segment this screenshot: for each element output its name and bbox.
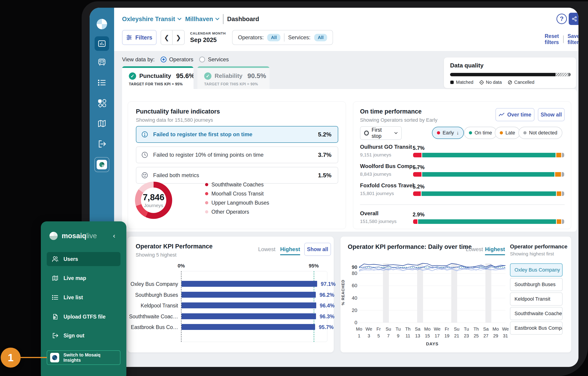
tab-punctuality[interactable]: ✓ Punctuality 95.6% TARGET FOR THIS KPI … — [122, 66, 193, 89]
otp-row: Foxfold Cross Travel 15,801 journeys 5.2… — [360, 182, 565, 199]
x-axis-label: DAYS — [359, 342, 505, 346]
menu-item-live-map[interactable]: Live map — [47, 271, 120, 285]
share-icon — [572, 16, 577, 22]
mosaiq-insights-icon — [50, 353, 59, 362]
pill-not-detected[interactable]: Not detected — [518, 127, 562, 139]
bar-label: Southburgh Buses — [128, 292, 178, 298]
toggle-lowest[interactable]: Lowest — [258, 246, 275, 253]
switch-to-mosaiq-insights-button[interactable]: Switch to Mosaiq Insights — [47, 350, 120, 365]
x-tick-date: 5 — [374, 333, 384, 339]
x-tick-day: Tu — [393, 327, 403, 332]
next-month-button[interactable]: ❯ — [173, 30, 184, 44]
menu-item-upload-gtfs[interactable]: Upload GTFS file — [47, 310, 120, 324]
x-tick-day: Su — [452, 327, 462, 332]
toggle-lowest[interactable]: Lowest — [466, 246, 483, 253]
toggle-highest[interactable]: Highest — [485, 246, 505, 255]
pill-late[interactable]: Late — [495, 127, 520, 139]
tab-accent — [122, 66, 193, 68]
data-quality-title: Data quality — [450, 62, 483, 69]
pill-on-time[interactable]: On time — [464, 127, 497, 139]
x-tick-date: 17 — [432, 333, 442, 339]
bar-label: Keldpool Transit — [128, 303, 178, 309]
filters-button[interactable]: Filters — [122, 30, 157, 45]
operator-button-souththwaite[interactable]: Souththwaite Coaches — [510, 307, 563, 320]
operator-performance-subtitle: Showing highest first — [510, 251, 554, 256]
collapse-menu-button[interactable]: ‹ — [113, 232, 115, 240]
frown-face-icon — [141, 172, 148, 179]
dashboard-chart-icon — [97, 39, 106, 48]
menu-item-live-list[interactable]: Live list — [47, 290, 120, 304]
save-filters-link[interactable]: Save filters — [567, 33, 578, 45]
calendar-month: CALENDAR MONTH Sep 2025 — [190, 31, 226, 44]
clock-icon — [141, 151, 148, 158]
x-tick-date: 23 — [462, 333, 471, 339]
sign-out-icon — [52, 332, 59, 339]
operator-button-oxley[interactable]: Oxley Bus Company — [510, 263, 563, 276]
stacked-bar — [413, 191, 564, 196]
first-stop-dropdown[interactable]: First stop — [360, 126, 402, 140]
toggle-highest[interactable]: Highest — [280, 246, 300, 255]
show-all-button[interactable]: Show all — [304, 243, 331, 256]
reset-filters-link[interactable]: Reset filters — [545, 33, 559, 45]
bar — [181, 281, 317, 287]
pill-early[interactable]: Early↓ — [432, 127, 464, 139]
sidebar-item-vehicles[interactable] — [97, 57, 107, 67]
bar-label: Souththwaite Coac… — [128, 314, 178, 320]
tab-reliability[interactable]: ✓ Reliability 90.5% TARGET FOR THIS KPI … — [197, 66, 270, 89]
stacked-bar — [413, 219, 564, 224]
annotation-pointer-line — [20, 357, 47, 358]
matched-icon — [450, 80, 454, 84]
x-tick-day: Sa — [413, 327, 423, 332]
show-all-button[interactable]: Show all — [538, 108, 565, 121]
operator-kpi-card: Operator KPI Performance Showing 5 highe… — [128, 237, 334, 352]
legend-item: Other Operators — [205, 207, 269, 216]
x-tick-date: 9 — [393, 333, 403, 339]
month-nav: ❮ ❯ — [161, 30, 185, 45]
operator-performance-title: Operator performance — [510, 243, 567, 250]
over-time-button[interactable]: Over time — [495, 108, 535, 121]
operator-button-southburgh[interactable]: Southburgh Buses — [510, 278, 563, 291]
sidebar-app-switch[interactable] — [94, 157, 109, 172]
otp-row: Oulhurst GO Transit 9,151 journeys 5.7% — [360, 144, 565, 160]
x-tick-date: 15 — [422, 333, 432, 339]
card-title: Punctuality failure indicators — [136, 108, 220, 115]
map-icon — [52, 275, 59, 282]
otp-row-overall: Overall 151,580 journeys 2.9% — [360, 210, 565, 227]
radio-services[interactable]: Services — [199, 56, 229, 63]
services-label: Services: — [288, 34, 311, 41]
help-button[interactable]: ? — [556, 14, 567, 24]
sidebar-item-widgets[interactable] — [97, 98, 107, 108]
radio-unselected-icon — [199, 56, 205, 62]
stop-ring-icon — [364, 131, 369, 135]
operator-button-eastbrook[interactable]: Eastbrook Bus Compa… — [510, 321, 563, 335]
menu-item-users[interactable]: Users — [47, 252, 120, 266]
region-selector[interactable]: Millhaven — [185, 16, 219, 23]
x-tick-date: 7 — [383, 333, 393, 339]
x-tick-day: Th — [403, 327, 413, 332]
menu-item-sign-out[interactable]: Sign out — [47, 329, 120, 343]
mosaiq-app-tile-icon — [97, 160, 107, 169]
sidebar-item-map[interactable] — [97, 119, 107, 129]
failure-row-timing-points[interactable]: Failed to register 10% of timing points … — [136, 146, 338, 163]
sidebar-sign-out-icon[interactable] — [97, 139, 107, 149]
bar-value: 97.1% — [321, 281, 336, 287]
y-tick: 40 — [352, 295, 357, 301]
bar-label: Eastbrook Bus Co… — [128, 324, 178, 330]
failure-row-first-stop[interactable]: Failed to register the first stop on tim… — [136, 126, 338, 143]
x-tick-date: 3 — [364, 333, 374, 339]
radio-operators[interactable]: Operators — [161, 56, 193, 63]
axis-target-label: 95% — [307, 263, 320, 269]
sidebar-item-dashboard[interactable] — [94, 36, 109, 51]
prev-month-button[interactable]: ❮ — [161, 30, 173, 44]
desktop-background: Oxleyshire Transit Millhaven Dashboard ?… — [0, 0, 588, 376]
org-selector[interactable]: Oxleyshire Transit — [122, 16, 181, 23]
share-button[interactable]: Share — [569, 13, 578, 25]
mosaiq-live-menu: mosaiqlive ‹ Users Live map Live list — [41, 221, 126, 376]
x-tick-date: 21 — [452, 333, 462, 339]
legend-no-data: No data — [479, 80, 502, 85]
x-tick-date: 19 — [442, 333, 452, 339]
x-tick-day: Mo — [491, 327, 501, 332]
sidebar-item-list[interactable] — [97, 78, 107, 88]
operator-button-keldpool[interactable]: Keldpool Transit — [510, 292, 563, 306]
scope-filters[interactable]: Operators: All Services: All — [232, 30, 333, 45]
